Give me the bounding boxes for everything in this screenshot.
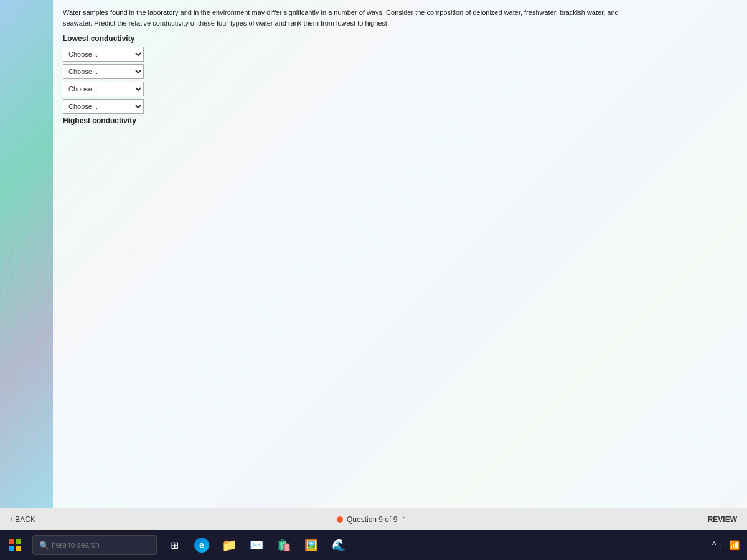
label-lowest: Lowest conductivity: [63, 34, 737, 43]
progress-dot: [337, 516, 343, 523]
taskbar: 🔍 ⊞ e 📁 ✉️ 🛍️ 🖼️ 🌊: [0, 530, 747, 560]
dropdown-row-3: Choose... Deionized water Freshwater Bra…: [63, 82, 737, 96]
dropdown-row-2: Choose... Deionized water Freshwater Bra…: [63, 64, 737, 79]
dropdown-row-1: Choose... Deionized water Freshwater Bra…: [63, 47, 737, 62]
dropdown-2[interactable]: Choose... Deionized water Freshwater Bra…: [63, 64, 144, 79]
content-panel: Water samples found in the laboratory an…: [53, 0, 747, 530]
windows-icon: [8, 538, 22, 552]
search-icon: 🔍: [39, 541, 49, 550]
back-label: BACK: [15, 515, 35, 524]
edge-browser-button[interactable]: e: [189, 533, 214, 558]
svg-rect-3: [16, 546, 21, 551]
system-tray: ^ □ 📶: [712, 540, 740, 550]
review-button[interactable]: REVIEW: [708, 515, 737, 524]
task-view-button[interactable]: ⊞: [162, 533, 187, 558]
store-button[interactable]: 🛍️: [271, 533, 296, 558]
back-chevron-icon: ‹: [10, 515, 12, 524]
mail-icon: ✉️: [250, 538, 263, 552]
svg-rect-0: [9, 539, 14, 544]
dropdown-row-4: Choose... Deionized water Freshwater Bra…: [63, 99, 737, 114]
question-count: Question 9 of 9: [347, 515, 397, 524]
task-view-icon: ⊞: [171, 539, 179, 551]
tray-chevron-icon[interactable]: ^: [712, 540, 716, 550]
search-input[interactable]: [52, 541, 139, 549]
dropdown-4[interactable]: Choose... Deionized water Freshwater Bra…: [63, 99, 144, 114]
label-highest: Highest conductivity: [63, 116, 737, 125]
mail-button[interactable]: ✉️: [244, 533, 269, 558]
tray-display-icon[interactable]: □: [720, 540, 725, 550]
bottom-bar: ‹ BACK Question 9 of 9 ⌃ REVIEW: [0, 508, 747, 530]
back-button[interactable]: ‹ BACK: [10, 515, 35, 524]
taskbar-search-bar[interactable]: 🔍: [32, 535, 157, 555]
folder-icon: 📁: [222, 538, 237, 553]
app-icon: 🌊: [332, 538, 345, 552]
dropdown-3[interactable]: Choose... Deionized water Freshwater Bra…: [63, 82, 144, 96]
svg-rect-1: [16, 539, 21, 544]
question-text: Water samples found in the laboratory an…: [63, 7, 623, 28]
taskbar-app-icons: ⊞ e 📁 ✉️ 🛍️ 🖼️ 🌊: [162, 533, 351, 558]
file-explorer-button[interactable]: 📁: [217, 533, 242, 558]
photos-icon: 🖼️: [304, 538, 318, 552]
question-indicator: Question 9 of 9 ⌃: [337, 515, 406, 524]
dropdown-1[interactable]: Choose... Deionized water Freshwater Bra…: [63, 47, 144, 62]
app-button[interactable]: 🌊: [326, 533, 351, 558]
store-icon: 🛍️: [277, 538, 291, 552]
wifi-icon[interactable]: 📶: [729, 540, 740, 550]
main-content: Water samples found in the laboratory an…: [0, 0, 747, 530]
svg-rect-2: [9, 546, 14, 551]
photos-button[interactable]: 🖼️: [299, 533, 324, 558]
start-button[interactable]: [2, 533, 27, 558]
chevron-up-icon[interactable]: ⌃: [401, 516, 406, 523]
edge-icon: e: [194, 538, 209, 553]
